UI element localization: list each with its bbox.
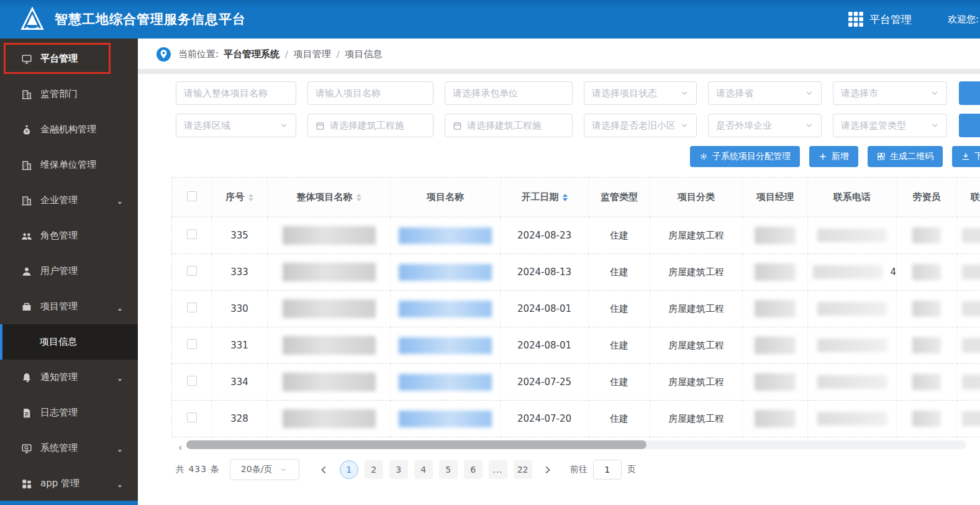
sidebar-item-user[interactable]: 用户管理 [0,253,138,289]
column-header-contact-phone: 联系电话 [808,178,897,217]
row-checkbox[interactable] [187,229,197,239]
sidebar-item-notice[interactable]: 通知管理 [0,360,138,395]
generate-qrcode-button[interactable]: 生成二维码 [868,146,943,167]
page-size-select[interactable]: 20条/页 [230,459,299,480]
contact-phone-cell [808,401,897,437]
overall-name-cell [268,364,391,401]
supervision-type-cell: 住建 [589,364,650,401]
redacted-project-name-link[interactable] [399,411,492,427]
column-label: 序号 [226,191,245,202]
search-button-truncated[interactable] [959,114,980,137]
filter-project-name[interactable]: 请输入项目名称 [307,81,433,105]
column-header-overall-name[interactable]: 整体项目名称 [268,178,391,217]
start-date-cell: 2024-08-13 [501,254,589,291]
search-button-truncated[interactable] [959,81,980,105]
breadcrumb-item-1[interactable]: 平台管理系统 [224,48,279,60]
redacted-project-name-link[interactable] [399,227,492,244]
row-checkbox[interactable] [187,303,197,312]
filter-old-community[interactable]: 请选择是否老旧小区 [584,114,697,137]
filter-province[interactable]: 请选择省 [708,81,822,105]
redacted-overall-name [283,299,376,318]
sidebar-item-log[interactable]: 日志管理 [0,395,138,430]
caret-down-icon [117,481,123,487]
sidebar-item-role[interactable]: 角色管理 [0,218,138,253]
sidebar-item-maintenance-unit[interactable]: 维保单位管理 [0,147,138,183]
sidebar-item-label: 金融机构管理 [40,124,96,135]
truncated-cell [957,291,980,327]
filter-external-enterprise[interactable]: 是否外埠企业 [708,114,822,137]
filter-overall-project-name[interactable]: 请输入整体项目名称 [176,81,296,105]
redacted-phone: 4 [808,265,896,279]
row-checkbox[interactable] [187,266,197,276]
filter-construction-date-end[interactable]: 请选择建筑工程施 [445,114,573,137]
project-category-cell: 房屋建筑工程 [650,254,743,291]
subsystem-assign-button[interactable]: 子系统项目分配管理 [690,146,800,167]
redacted-project-name-link[interactable] [399,337,492,354]
scrollbar-track[interactable] [186,440,966,449]
sidebar-item-financial-org[interactable]: 金融机构管理 [0,112,138,147]
select-all-checkbox[interactable] [187,191,197,201]
apps-grid-icon[interactable] [848,11,864,27]
pagination-page-22[interactable]: 22 [514,460,532,479]
row-checkbox[interactable] [187,376,197,386]
redacted-overall-name [283,409,376,428]
top-nav-platform[interactable]: 平台管理 [869,12,912,27]
body-row: 平台管理监管部门金融机构管理维保单位管理企业管理角色管理用户管理项目管理项目信息… [0,39,980,505]
qrcode-icon [877,152,886,161]
filter-construction-date-start[interactable]: 请选择建筑工程施 [307,114,433,137]
redacted-truncated [962,338,980,353]
row-select-cell [172,291,212,327]
filter-placeholder: 请选择省 [716,88,800,99]
column-header-supervision-type: 监管类型 [589,178,650,217]
sidebar-item-project[interactable]: 项目管理 [0,289,138,324]
filter-placeholder: 请选择承包单位 [453,88,565,99]
overall-name-cell [268,254,391,291]
column-header-seq[interactable]: 序号 [212,178,268,217]
add-button[interactable]: 新增 [809,146,858,167]
sort-carets-icon[interactable] [563,194,568,201]
redacted-project-name-link[interactable] [399,374,492,391]
pagination-page-2[interactable]: 2 [365,460,383,479]
horizontal-scrollbar[interactable] [178,440,966,449]
redacted-labor [912,264,941,280]
table-row: 3312024-08-01住建房屋建筑工程 [172,327,980,364]
pagination-page-6[interactable]: 6 [464,460,483,479]
breadcrumb-item-3[interactable]: 项目信息 [345,48,383,60]
pagination-page-4[interactable]: 4 [414,460,433,479]
sidebar-item-app[interactable]: app 管理 [0,466,138,501]
sort-carets-icon[interactable] [248,194,253,201]
goto-page-input[interactable] [593,460,622,480]
sidebar-subitem-project-info[interactable]: 项目信息 [0,324,138,360]
scrollbar-left-arrow-icon[interactable] [178,442,184,448]
projects-table-wrap: 序号整体项目名称项目名称开工日期监管类型项目分类项目经理联系电话劳资员联3352… [171,177,980,437]
sort-carets-icon[interactable] [356,194,361,201]
filter-project-status[interactable]: 请选择项目状态 [584,81,697,105]
sidebar-item-platform[interactable]: 平台管理 [0,41,138,76]
filter-city[interactable]: 请选择市 [833,81,947,105]
redacted-project-name-link[interactable] [399,264,492,281]
column-header-start-date[interactable]: 开工日期 [501,178,589,217]
pagination-prev-button[interactable] [315,460,333,479]
column-header-truncated: 联 [957,178,980,217]
project-name-cell [391,217,501,254]
row-checkbox[interactable] [187,412,197,422]
redacted-project-name-link[interactable] [399,301,492,317]
total-count: 共 433 条 [176,464,220,475]
sidebar-item-system[interactable]: 系统管理 [0,430,138,466]
redacted-phone-block [817,339,887,352]
filter-supervision-type[interactable]: 请选择监管类型 [833,114,947,137]
sidebar-item-enterprise[interactable]: 企业管理 [0,183,138,218]
filter-contractor[interactable]: 请选择承包单位 [445,81,573,105]
filter-region[interactable]: 请选择区域 [176,114,296,137]
pagination-page-3[interactable]: 3 [389,460,408,479]
pagination-page-1[interactable]: 1 [340,460,358,479]
sidebar-item-regulatory-dept[interactable]: 监管部门 [0,76,138,112]
pagination-next-button[interactable] [539,460,556,479]
sidebar-menu: 平台管理监管部门金融机构管理维保单位管理企业管理角色管理用户管理项目管理项目信息… [0,39,138,501]
pagination-page-5[interactable]: 5 [439,460,458,479]
log-icon [21,407,32,419]
scrollbar-thumb[interactable] [186,440,647,449]
download-button[interactable]: 下载 [952,146,980,167]
breadcrumb-item-2[interactable]: 项目管理 [294,48,331,60]
row-checkbox[interactable] [187,339,197,349]
